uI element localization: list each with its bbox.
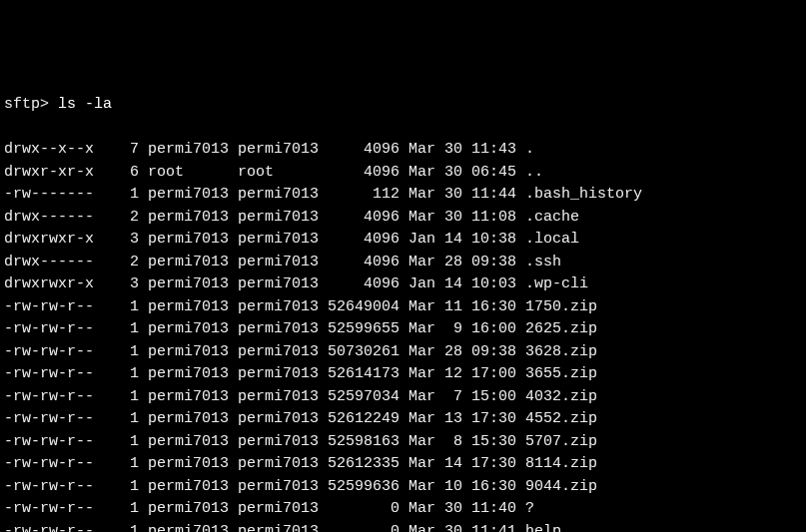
file-listing: drwx--x--x 7 permi7013 permi7013 4096 Ma… <box>4 139 802 532</box>
file-row: -rw-rw-r-- 1 permi7013 permi7013 5259816… <box>4 431 802 454</box>
file-row: drwxrwxr-x 3 permi7013 permi7013 4096 Ja… <box>4 273 802 296</box>
file-row: -rw-rw-r-- 1 permi7013 permi7013 5261224… <box>4 408 802 431</box>
file-row: -rw-rw-r-- 1 permi7013 permi7013 5261233… <box>4 453 802 476</box>
prompt: sftp> <box>4 96 49 113</box>
file-row: -rw-rw-r-- 1 permi7013 permi7013 5073026… <box>4 341 802 364</box>
file-row: -rw------- 1 permi7013 permi7013 112 Mar… <box>4 184 802 207</box>
file-row: -rw-rw-r-- 1 permi7013 permi7013 5264900… <box>4 296 802 319</box>
file-row: -rw-rw-r-- 1 permi7013 permi7013 0 Mar 3… <box>4 498 802 521</box>
file-row: drwx------ 2 permi7013 permi7013 4096 Ma… <box>4 207 802 230</box>
file-row: drwx--x--x 7 permi7013 permi7013 4096 Ma… <box>4 139 802 162</box>
file-row: -rw-rw-r-- 1 permi7013 permi7013 5259703… <box>4 386 802 409</box>
file-row: -rw-rw-r-- 1 permi7013 permi7013 5259963… <box>4 476 802 499</box>
file-row: drwxrwxr-x 3 permi7013 permi7013 4096 Ja… <box>4 229 802 252</box>
command: ls -la <box>58 96 112 113</box>
file-row: -rw-rw-r-- 1 permi7013 permi7013 5259965… <box>4 318 802 341</box>
file-row: -rw-rw-r-- 1 permi7013 permi7013 5261417… <box>4 363 802 386</box>
file-row: -rw-rw-r-- 1 permi7013 permi7013 0 Mar 3… <box>4 521 802 533</box>
file-row: drwxr-xr-x 6 root root 4096 Mar 30 06:45… <box>4 162 802 185</box>
file-row: drwx------ 2 permi7013 permi7013 4096 Ma… <box>4 252 802 274</box>
prompt-line[interactable]: sftp> ls -la <box>4 94 802 117</box>
